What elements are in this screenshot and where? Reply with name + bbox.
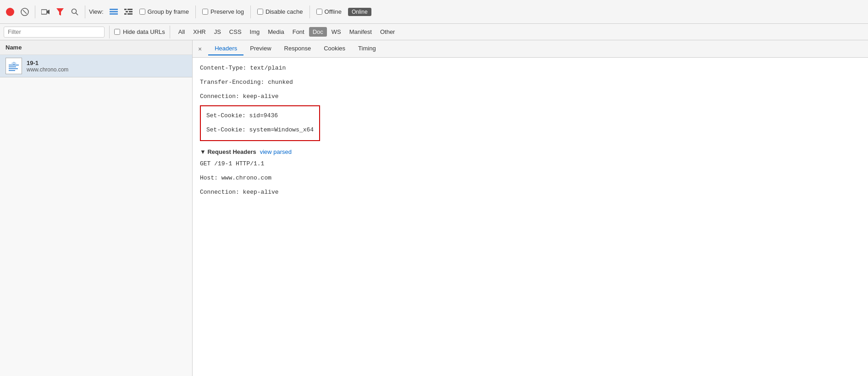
response-headers: Content-Type: text/plainTransfer-Encodin… [200, 61, 861, 104]
svg-rect-7 [110, 9, 118, 10]
svg-rect-9 [110, 13, 118, 15]
search-icon [71, 8, 78, 16]
filter-tab-css[interactable]: CSS [226, 27, 245, 37]
record-icon [6, 8, 14, 16]
filter-tab-manifest[interactable]: Manifest [346, 27, 376, 37]
response-header-line: Content-Type: text/plain [200, 61, 861, 76]
filter-tab-js[interactable]: JS [210, 27, 225, 37]
detail-tabs-list: HeadersPreviewResponseCookiesTiming [208, 42, 382, 55]
detail-tab-timing[interactable]: Timing [352, 42, 382, 55]
filter-button[interactable] [54, 5, 66, 18]
file-list-header: Name [0, 40, 192, 55]
request-header-line: Connection: keep-alive [200, 185, 861, 200]
file-item[interactable]: ◁▷ 19-1 www.chrono.com [0, 55, 192, 77]
filter-tab-xhr[interactable]: XHR [189, 27, 209, 37]
camera-button[interactable] [39, 5, 52, 18]
divider-1 [35, 5, 35, 18]
file-domain: www.chrono.com [27, 66, 68, 73]
group-by-frame-checkbox[interactable] [139, 9, 145, 15]
svg-marker-4 [56, 8, 64, 16]
filter-icon [56, 8, 64, 16]
detail-tab-preview[interactable]: Preview [243, 42, 277, 55]
svg-rect-13 [129, 11, 133, 12]
filter-tab-media[interactable]: Media [264, 27, 287, 37]
svg-rect-8 [110, 11, 118, 12]
filter-tab-other[interactable]: Other [376, 27, 399, 37]
offline-group: Offline [316, 8, 342, 15]
svg-rect-11 [127, 9, 133, 10]
file-name: 19-1 [27, 60, 68, 66]
highlighted-cookies: Set-Cookie: sid=9436Set-Cookie: system=W… [200, 105, 320, 141]
preserve-log-label: Preserve log [210, 8, 244, 15]
view-parsed-link[interactable]: view parsed [260, 148, 292, 155]
response-header-line: Connection: keep-alive [200, 90, 861, 104]
view-list-icon [110, 9, 118, 15]
request-headers-label: ▼ Request Headers [200, 148, 256, 155]
divider-3 [195, 5, 196, 18]
file-icon: ◁▷ [6, 58, 22, 74]
svg-line-1 [23, 10, 27, 14]
offline-label: Offline [325, 8, 342, 15]
svg-line-6 [76, 13, 78, 15]
filter-input[interactable] [4, 27, 105, 38]
svg-rect-15 [127, 13, 133, 15]
highlighted-header-line: Set-Cookie: system=Windows_x64 [206, 123, 314, 137]
divider-5 [310, 5, 310, 18]
disable-cache-checkbox[interactable] [257, 9, 263, 15]
filter-bar: Hide data URLs AllXHRJSCSSImgMediaFontDo… [0, 24, 868, 40]
disable-cache-label: Disable cache [265, 8, 303, 15]
file-list: Name ◁▷ 19-1 www.chrono.com [0, 40, 193, 376]
toolbar: View: Group by frame Preserve log Disab [0, 0, 868, 24]
search-button[interactable] [68, 5, 81, 18]
request-header-line: Host: www.chrono.com [200, 171, 861, 185]
detail-close-button[interactable]: × [196, 44, 204, 54]
svg-marker-3 [47, 10, 50, 14]
detail-panel: × HeadersPreviewResponseCookiesTiming Co… [193, 40, 868, 376]
request-headers: GET /19-1 HTTP/1.1Host: www.chrono.comCo… [200, 157, 861, 199]
svg-rect-14 [124, 13, 127, 15]
detail-tab-response[interactable]: Response [278, 42, 318, 55]
hide-data-urls-checkbox[interactable] [114, 29, 120, 35]
response-header-line: Transfer-Encoding: chunked [200, 76, 861, 90]
highlighted-header-line: Set-Cookie: sid=9436 [206, 109, 314, 123]
divider-2 [85, 5, 85, 18]
group-by-frame-group: Group by frame [139, 8, 189, 15]
svg-rect-12 [126, 11, 128, 12]
group-by-frame-label: Group by frame [148, 8, 189, 15]
view-tree-button[interactable] [122, 5, 135, 18]
file-info: 19-1 www.chrono.com [27, 60, 68, 73]
preserve-log-group: Preserve log [202, 8, 244, 15]
view-tree-icon [124, 9, 133, 15]
filter-tab-ws[interactable]: WS [328, 27, 345, 37]
offline-checkbox[interactable] [316, 9, 322, 15]
filter-tab-font[interactable]: Font [289, 27, 308, 37]
filter-tab-all[interactable]: All [175, 27, 188, 37]
filter-divider-2 [170, 26, 170, 38]
divider-4 [250, 5, 251, 18]
svg-rect-10 [124, 9, 127, 10]
svg-rect-2 [41, 10, 47, 14]
request-header-line: GET /19-1 HTTP/1.1 [200, 157, 861, 171]
camera-icon [41, 9, 50, 15]
filter-tab-doc[interactable]: Doc [309, 27, 327, 37]
filter-divider [109, 26, 110, 38]
detail-tabs: × HeadersPreviewResponseCookiesTiming [193, 40, 868, 58]
clear-icon [21, 8, 29, 16]
request-headers-section: ▼ Request Headers view parsed [200, 145, 861, 157]
view-label: View: [89, 8, 104, 15]
detail-content: Content-Type: text/plainTransfer-Encodin… [193, 58, 868, 376]
filter-tab-img[interactable]: Img [246, 27, 264, 37]
preserve-log-checkbox[interactable] [202, 9, 208, 15]
clear-button[interactable] [18, 5, 31, 18]
filter-tabs: AllXHRJSCSSImgMediaFontDocWSManifestOthe… [175, 27, 399, 37]
view-list-button[interactable] [107, 5, 120, 18]
online-badge[interactable]: Online [348, 8, 371, 16]
main-content: Name ◁▷ 19-1 www.chrono.com [0, 40, 868, 376]
detail-tab-cookies[interactable]: Cookies [317, 42, 352, 55]
record-button[interactable] [4, 5, 17, 18]
hide-data-urls-label: Hide data URLs [123, 28, 165, 35]
disable-cache-group: Disable cache [257, 8, 303, 15]
detail-tab-headers[interactable]: Headers [208, 42, 243, 55]
